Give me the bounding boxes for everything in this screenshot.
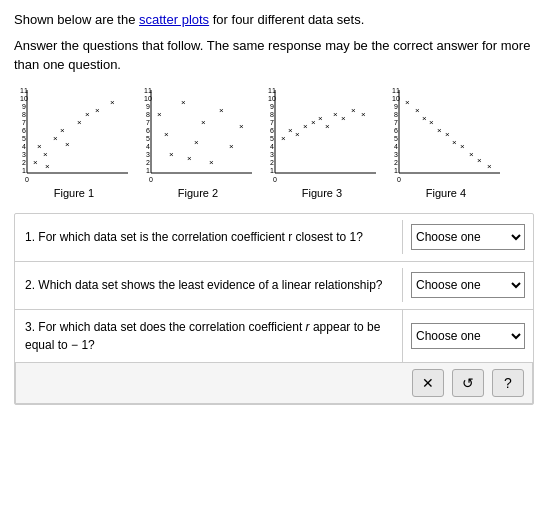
svg-text:1: 1 [146, 167, 150, 174]
svg-text:×: × [37, 142, 42, 151]
question-1-text: 1. For which data set is the correlation… [15, 220, 403, 254]
svg-text:×: × [469, 150, 474, 159]
svg-text:5: 5 [270, 135, 274, 142]
svg-text:2: 2 [146, 159, 150, 166]
svg-text:×: × [422, 114, 427, 123]
svg-text:10: 10 [268, 95, 276, 102]
svg-text:8: 8 [270, 111, 274, 118]
svg-text:×: × [187, 154, 192, 163]
svg-text:11: 11 [268, 87, 276, 94]
svg-text:9: 9 [394, 103, 398, 110]
svg-text:6: 6 [22, 127, 26, 134]
svg-text:×: × [405, 98, 410, 107]
svg-text:1: 1 [22, 167, 26, 174]
svg-text:0: 0 [273, 176, 277, 183]
svg-text:×: × [164, 130, 169, 139]
svg-text:7: 7 [146, 119, 150, 126]
action-bar: ✕ ↺ ? [15, 363, 533, 404]
svg-text:7: 7 [394, 119, 398, 126]
svg-text:×: × [219, 106, 224, 115]
svg-text:×: × [477, 156, 482, 165]
svg-text:5: 5 [22, 135, 26, 142]
svg-text:11: 11 [20, 87, 28, 94]
figure-1-wrap: 11 10 9 8 7 6 5 4 3 2 1 0 × × × × × × × … [14, 85, 134, 199]
figure-4-label: Figure 4 [426, 187, 466, 199]
svg-text:×: × [325, 122, 330, 131]
svg-text:2: 2 [22, 159, 26, 166]
svg-text:1: 1 [394, 167, 398, 174]
svg-text:6: 6 [146, 127, 150, 134]
svg-text:×: × [209, 158, 214, 167]
scatter-plots-link[interactable]: scatter plots [139, 12, 209, 27]
svg-text:6: 6 [394, 127, 398, 134]
svg-text:11: 11 [392, 87, 400, 94]
question-3-select[interactable]: Choose one Figure 1 Figure 2 Figure 3 Fi… [411, 323, 525, 349]
svg-text:×: × [288, 126, 293, 135]
svg-text:×: × [333, 110, 338, 119]
figure-3-wrap: 11 10 9 8 7 6 5 4 3 2 1 0 × × × × × × × … [262, 85, 382, 199]
svg-text:×: × [95, 106, 100, 115]
svg-text:×: × [429, 118, 434, 127]
svg-text:×: × [445, 130, 450, 139]
svg-text:×: × [110, 98, 115, 107]
svg-text:11: 11 [144, 87, 152, 94]
figure-1-label: Figure 1 [54, 187, 94, 199]
svg-text:2: 2 [270, 159, 274, 166]
figure-3-label: Figure 3 [302, 187, 342, 199]
svg-text:×: × [437, 126, 442, 135]
help-button[interactable]: ? [492, 369, 524, 397]
svg-text:4: 4 [270, 143, 274, 150]
svg-text:×: × [33, 158, 38, 167]
svg-text:9: 9 [270, 103, 274, 110]
svg-text:0: 0 [397, 176, 401, 183]
figure-2-scatter: 11 10 9 8 7 6 5 4 3 2 1 0 × × × × × × × … [139, 85, 257, 185]
svg-text:×: × [318, 114, 323, 123]
svg-text:×: × [281, 134, 286, 143]
svg-text:5: 5 [394, 135, 398, 142]
svg-text:3: 3 [394, 151, 398, 158]
svg-text:9: 9 [22, 103, 26, 110]
scatter-figures: 11 10 9 8 7 6 5 4 3 2 1 0 × × × × × × × … [14, 85, 534, 199]
question-2-select[interactable]: Choose one Figure 1 Figure 2 Figure 3 Fi… [411, 272, 525, 298]
question-row-1: 1. For which data set is the correlation… [15, 214, 533, 262]
svg-text:6: 6 [270, 127, 274, 134]
question-1-select-wrap: Choose one Figure 1 Figure 2 Figure 3 Fi… [403, 218, 533, 256]
figure-2-label: Figure 2 [178, 187, 218, 199]
svg-text:×: × [169, 150, 174, 159]
svg-text:3: 3 [146, 151, 150, 158]
svg-text:×: × [303, 122, 308, 131]
svg-text:×: × [43, 150, 48, 159]
question-3-select-wrap: Choose one Figure 1 Figure 2 Figure 3 Fi… [403, 317, 533, 355]
questions-section: 1. For which data set is the correlation… [14, 213, 534, 405]
figure-1-scatter: 11 10 9 8 7 6 5 4 3 2 1 0 × × × × × × × … [15, 85, 133, 185]
intro-line1: Shown below are the scatter plots for fo… [14, 10, 534, 30]
undo-button[interactable]: ↺ [452, 369, 484, 397]
svg-text:×: × [53, 134, 58, 143]
svg-text:×: × [311, 118, 316, 127]
figure-3-scatter: 11 10 9 8 7 6 5 4 3 2 1 0 × × × × × × × … [263, 85, 381, 185]
svg-text:5: 5 [146, 135, 150, 142]
svg-text:×: × [77, 118, 82, 127]
question-1-select[interactable]: Choose one Figure 1 Figure 2 Figure 3 Fi… [411, 224, 525, 250]
svg-text:8: 8 [146, 111, 150, 118]
svg-text:×: × [229, 142, 234, 151]
svg-text:×: × [181, 98, 186, 107]
figure-4-scatter: 11 10 9 8 7 6 5 4 3 2 1 0 × × × × × × × … [387, 85, 505, 185]
svg-text:×: × [487, 162, 492, 171]
svg-text:10: 10 [392, 95, 400, 102]
svg-text:×: × [341, 114, 346, 123]
svg-text:×: × [157, 110, 162, 119]
svg-text:×: × [45, 162, 50, 171]
svg-text:×: × [361, 110, 366, 119]
svg-text:10: 10 [20, 95, 28, 102]
svg-text:4: 4 [394, 143, 398, 150]
cross-button[interactable]: ✕ [412, 369, 444, 397]
svg-text:0: 0 [25, 176, 29, 183]
svg-text:×: × [201, 118, 206, 127]
svg-text:9: 9 [146, 103, 150, 110]
svg-text:×: × [295, 130, 300, 139]
svg-text:×: × [239, 122, 244, 131]
svg-text:2: 2 [394, 159, 398, 166]
svg-text:7: 7 [270, 119, 274, 126]
svg-text:4: 4 [22, 143, 26, 150]
